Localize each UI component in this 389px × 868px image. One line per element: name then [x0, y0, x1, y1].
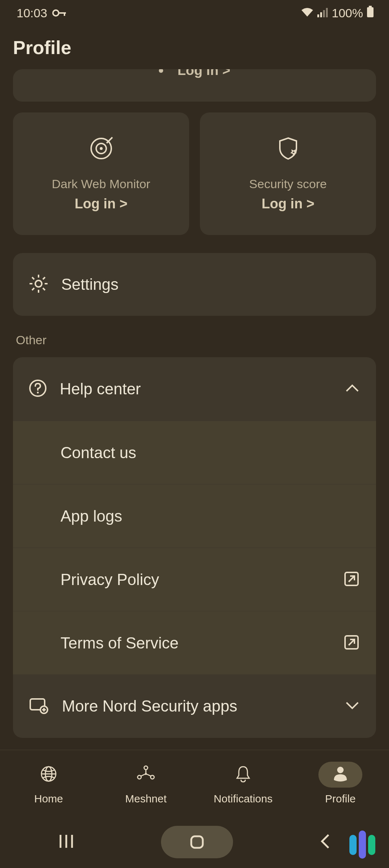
- svg-rect-6: [326, 8, 328, 17]
- security-score-title: Security score: [249, 177, 327, 191]
- key-icon: [52, 9, 67, 17]
- section-other-header: Other: [13, 316, 376, 357]
- settings-label: Settings: [61, 275, 119, 293]
- login-action: Log in >: [178, 69, 231, 78]
- battery-icon: [367, 6, 374, 20]
- svg-point-36: [138, 775, 141, 779]
- nav-home[interactable]: Home: [0, 750, 97, 816]
- nav-meshnet[interactable]: Meshnet: [97, 750, 194, 816]
- svg-line-18: [32, 277, 34, 279]
- svg-line-27: [349, 639, 354, 645]
- signal-icon: [317, 6, 328, 20]
- svg-rect-3: [317, 14, 319, 17]
- assistant-icon[interactable]: [349, 831, 375, 855]
- bell-icon: [234, 765, 252, 785]
- svg-rect-4: [320, 12, 322, 17]
- svg-rect-46: [191, 836, 203, 848]
- contact-us-label: Contact us: [29, 444, 136, 462]
- svg-rect-7: [369, 6, 372, 7]
- login-card-partial[interactable]: Log in >: [13, 69, 376, 102]
- more-apps-label: More Nord Security apps: [62, 697, 237, 715]
- nav-profile-label: Profile: [325, 793, 356, 805]
- svg-rect-2: [64, 12, 65, 16]
- svg-line-21: [43, 277, 45, 279]
- chevron-up-icon: [344, 383, 360, 395]
- system-nav: [0, 816, 389, 868]
- svg-point-42: [337, 767, 344, 773]
- wifi-icon: [301, 6, 314, 20]
- back-button[interactable]: [319, 833, 331, 851]
- help-center-label: Help center: [60, 380, 141, 398]
- svg-line-41: [147, 774, 151, 776]
- nav-home-label: Home: [34, 793, 63, 805]
- svg-line-40: [141, 774, 145, 776]
- nav-notifications-label: Notifications: [214, 793, 272, 805]
- battery-text: 100%: [332, 6, 363, 20]
- target-icon: [89, 136, 114, 161]
- bottom-nav: Home Meshnet: [0, 750, 389, 816]
- contact-us-row[interactable]: Contact us: [13, 421, 376, 484]
- nav-profile[interactable]: Profile: [292, 750, 389, 816]
- status-right: 100%: [301, 6, 374, 20]
- svg-line-25: [349, 576, 354, 582]
- gear-icon: [29, 274, 48, 295]
- external-link-icon: [343, 570, 360, 589]
- svg-point-35: [144, 766, 148, 770]
- terms-label: Terms of Service: [29, 634, 179, 652]
- bullet-icon: [159, 69, 163, 73]
- svg-point-13: [35, 280, 42, 287]
- terms-of-service-row[interactable]: Terms of Service: [13, 611, 376, 674]
- more-apps-row[interactable]: More Nord Security apps: [13, 674, 376, 738]
- help-icon: [29, 379, 47, 399]
- status-time: 10:03: [17, 6, 47, 20]
- meshnet-icon: [137, 765, 155, 784]
- recents-button[interactable]: [58, 833, 75, 851]
- app-logs-label: App logs: [29, 507, 122, 525]
- svg-point-23: [37, 392, 39, 394]
- dark-web-monitor-card[interactable]: Dark Web Monitor Log in >: [13, 112, 189, 235]
- profile-icon: [332, 766, 348, 784]
- apps-icon: [29, 697, 49, 716]
- home-button[interactable]: [161, 826, 233, 858]
- svg-point-37: [151, 775, 154, 779]
- svg-point-38: [145, 773, 147, 775]
- privacy-policy-label: Privacy Policy: [29, 571, 159, 589]
- settings-row[interactable]: Settings: [13, 253, 376, 316]
- external-link-icon: [343, 634, 360, 652]
- app-logs-row[interactable]: App logs: [13, 484, 376, 548]
- globe-icon: [40, 765, 58, 784]
- help-center-row[interactable]: Help center: [13, 357, 376, 421]
- security-score-action: Log in >: [261, 196, 314, 212]
- svg-point-11: [100, 147, 103, 150]
- privacy-policy-row[interactable]: Privacy Policy: [13, 548, 376, 611]
- other-list: Help center Contact us App logs Privacy …: [13, 357, 376, 738]
- svg-point-0: [53, 10, 59, 16]
- security-score-card[interactable]: Security score Log in >: [200, 112, 376, 235]
- status-bar: 10:03 100%: [0, 0, 389, 26]
- svg-rect-5: [323, 10, 325, 17]
- svg-line-19: [43, 288, 45, 290]
- chevron-down-icon: [344, 700, 360, 712]
- status-left: 10:03: [17, 6, 67, 20]
- shield-star-icon: [276, 136, 301, 161]
- page-title: Profile: [0, 26, 389, 69]
- svg-line-20: [32, 288, 34, 290]
- dark-web-title: Dark Web Monitor: [52, 177, 150, 191]
- svg-rect-8: [367, 7, 374, 17]
- nav-notifications[interactable]: Notifications: [194, 750, 292, 816]
- nav-meshnet-label: Meshnet: [125, 793, 166, 805]
- dark-web-action: Log in >: [75, 196, 128, 212]
